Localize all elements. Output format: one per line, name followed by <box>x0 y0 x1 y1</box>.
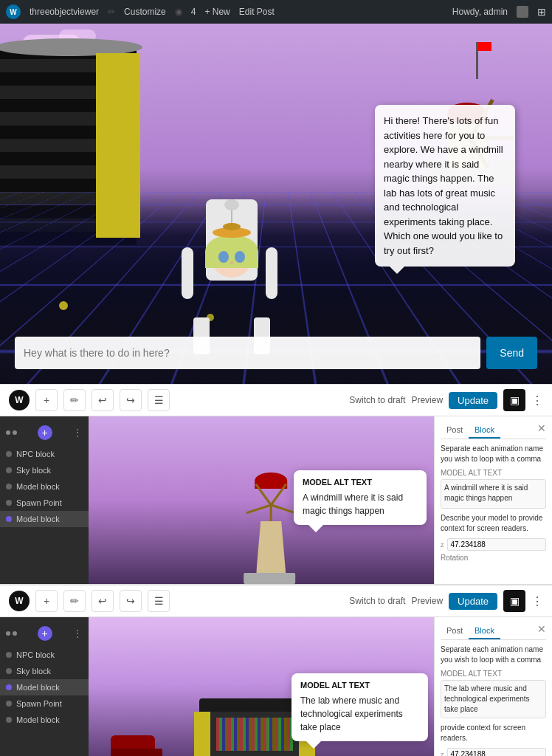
block-item-model-2[interactable]: Model block <box>0 679 89 695</box>
editor-toolbar-1: W + ✏ ↩ ↪ ☰ Switch to draft Preview Upda… <box>0 384 552 416</box>
describe-label-2: provide context for screen readers. <box>441 723 546 743</box>
block-item-sky-1[interactable]: Sky block <box>0 462 89 478</box>
kebab-btn-2[interactable]: ⋮ <box>531 594 543 608</box>
add-block-sidebar-btn-1[interactable]: + <box>38 425 52 440</box>
right-panel-1: Post Block ✕ Separate each animation nam… <box>434 416 552 584</box>
settings-btn-1[interactable]: ▣ <box>503 389 525 411</box>
preview-btn-1[interactable]: Preview <box>411 395 443 405</box>
settings-btn-2[interactable]: ▣ <box>503 590 525 612</box>
coord-row-2: z 47.234188 <box>441 748 546 756</box>
block-item-model2-1[interactable]: Model block <box>0 511 89 527</box>
model-alt-label-1: MODEL ALT TEXT <box>441 469 546 477</box>
lab-main-body <box>210 712 299 756</box>
customize-link[interactable]: Customize <box>124 7 166 17</box>
add-block-sidebar-btn-2[interactable]: + <box>38 626 52 641</box>
tooltip-text-2: The lab where music and technological ex… <box>300 694 419 734</box>
block-list-2: + ⋮ NPC block Sky block Model block Spaw… <box>0 617 89 756</box>
undo-btn-2[interactable]: ↩ <box>92 590 114 612</box>
update-btn-2[interactable]: Update <box>449 593 497 610</box>
model-tooltip-1: MODEL ALT TEXT A windmill where it is sa… <box>294 470 427 525</box>
block-item-npc-1[interactable]: NPC block <box>0 446 89 462</box>
car-body-top <box>111 735 155 749</box>
panel-close-1[interactable]: ✕ <box>537 422 546 439</box>
character <box>187 199 276 332</box>
block-dots-1 <box>6 430 17 435</box>
left-pillar <box>194 712 210 756</box>
kebab-btn-1[interactable]: ⋮ <box>531 394 543 408</box>
lab-screen <box>216 718 293 751</box>
left-arm <box>182 247 193 299</box>
site-name[interactable]: threeobjectviewer <box>30 7 99 17</box>
right-panel-2: Post Block ✕ Separate each animation nam… <box>434 617 552 756</box>
redo-btn-1[interactable]: ↪ <box>120 389 142 411</box>
flag <box>478 42 491 51</box>
block-item-sky-2[interactable]: Sky block <box>0 663 89 679</box>
block-item-npc-2[interactable]: NPC block <box>0 647 89 663</box>
speech-text: Hi there! There's lots of fun activities… <box>384 115 503 256</box>
block-tab-2[interactable]: Block <box>469 623 500 639</box>
mini-windmill-body <box>256 521 286 573</box>
coord-row-1: z 47.234188 <box>441 538 546 551</box>
game-viewport: Hi there! There's lots of fun activities… <box>0 24 552 384</box>
redo-btn-2[interactable]: ↪ <box>120 590 142 612</box>
post-tab-1[interactable]: Post <box>441 422 469 439</box>
right-arm <box>266 247 277 299</box>
switch-draft-2[interactable]: Switch to draft <box>349 596 405 606</box>
howdy-text: Howdy, admin <box>452 7 508 17</box>
comment-count[interactable]: 4 <box>191 7 196 17</box>
block-item-spawn-1[interactable]: Spawn Point <box>0 495 89 511</box>
block-list-header-1: + ⋮ <box>0 422 89 443</box>
update-btn-1[interactable]: Update <box>449 392 497 409</box>
wp-block-icon[interactable]: W <box>9 390 30 410</box>
floor-dot-1 <box>59 301 68 310</box>
anim-label-2: Separate each animation name you wish to… <box>441 645 546 665</box>
car-body-bottom <box>111 749 162 756</box>
tooltip-tail-1 <box>308 525 323 532</box>
sidebar-kebab-1[interactable]: ⋮ <box>72 427 83 439</box>
block-item-spawn-2[interactable]: Spawn Point <box>0 695 89 712</box>
wp-block-icon-2[interactable]: W <box>9 591 30 611</box>
block-list-1: + ⋮ NPC block Sky block Model block Spaw… <box>0 416 89 584</box>
list-view-btn-2[interactable]: ☰ <box>148 590 170 612</box>
wp-logo[interactable]: W <box>6 4 21 19</box>
admin-bar: W threeobjectviewer ✏ Customize ◉ 4 + Ne… <box>0 0 552 24</box>
tooltip-tail-2 <box>306 741 321 749</box>
preview-btn-2[interactable]: Preview <box>411 596 443 606</box>
add-block-btn-1[interactable]: + <box>35 389 58 411</box>
panel-close-2[interactable]: ✕ <box>537 623 546 639</box>
edit-btn-1[interactable]: ✏ <box>63 389 86 411</box>
lab-car <box>111 735 162 756</box>
post-tab-2[interactable]: Post <box>441 623 469 639</box>
add-block-btn-2[interactable]: + <box>35 590 58 612</box>
tooltip-title-2: MODEL ALT TEXT <box>300 681 419 690</box>
model-tooltip-2: MODEL ALT TEXT The lab where music and t… <box>291 673 428 741</box>
speech-bubble: Hi there! There's lots of fun activities… <box>375 105 515 267</box>
edit-btn-2[interactable]: ✏ <box>63 590 86 612</box>
panel-tabs-1: Post Block ✕ <box>441 422 546 439</box>
send-button[interactable]: Send <box>486 337 537 369</box>
block-item-model-1[interactable]: Model block <box>0 478 89 495</box>
mini-blades <box>255 489 287 521</box>
switch-draft-1[interactable]: Switch to draft <box>349 395 405 405</box>
editor-toolbar-2: W + ✏ ↩ ↪ ☰ Switch to draft Preview Upda… <box>0 585 552 617</box>
admin-avatar[interactable] <box>517 6 528 18</box>
new-link[interactable]: + New <box>204 7 230 17</box>
mini-blade-5 <box>271 504 296 515</box>
canvas-preview-1: MODEL ALT TEXT A windmill where it is sa… <box>89 416 434 584</box>
model-alt-field-1[interactable]: A windmill where it is said magic things… <box>441 479 546 509</box>
block-tab-1[interactable]: Block <box>469 422 500 439</box>
panel-tabs-2: Post Block ✕ <box>441 623 546 640</box>
model-alt-label-2: MODEL ALT TEXT <box>441 670 546 678</box>
list-view-btn-1[interactable]: ☰ <box>148 389 170 411</box>
chat-input[interactable] <box>15 337 480 369</box>
mini-base <box>244 573 295 584</box>
screen-options-icon[interactable]: ⊞ <box>537 6 546 18</box>
block-item-model2-2[interactable]: Model block <box>0 712 89 728</box>
model-alt-field-2[interactable]: The lab where music and technological ex… <box>441 680 546 718</box>
edit-post-link[interactable]: Edit Post <box>239 7 275 17</box>
tooltip-text-1: A windmill where it is said magic things… <box>303 491 418 518</box>
describe-label-1: Describe your model to provide context f… <box>441 513 546 534</box>
tooltip-title-1: MODEL ALT TEXT <box>303 478 418 487</box>
undo-btn-1[interactable]: ↩ <box>92 389 114 411</box>
sidebar-kebab-2[interactable]: ⋮ <box>72 628 83 639</box>
